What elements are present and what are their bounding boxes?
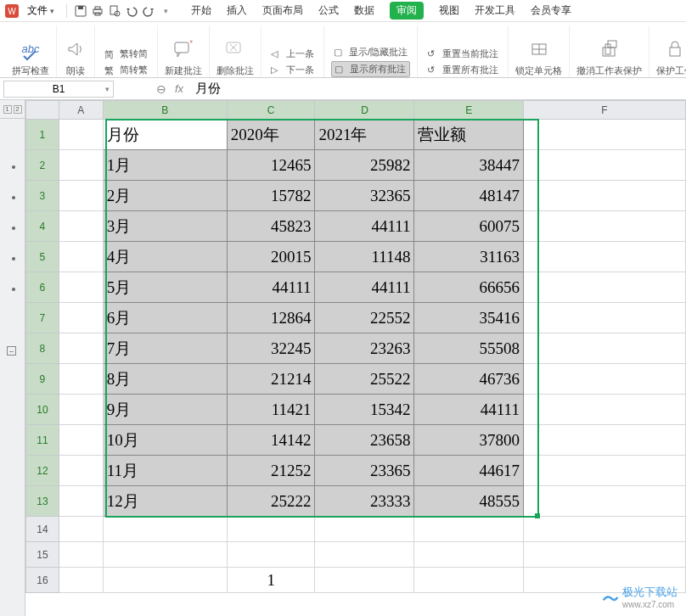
protect-wb-group[interactable]: 保护工作 — [649, 25, 686, 77]
cell[interactable]: 48555 — [414, 486, 523, 517]
row-header[interactable]: 11 — [26, 425, 59, 456]
cell[interactable]: 25222 — [227, 486, 315, 517]
prev-comment-button[interactable]: ◁上一条 — [268, 47, 317, 61]
tab-member[interactable]: 会员专享 — [531, 3, 571, 18]
cell[interactable] — [59, 333, 103, 364]
row-header[interactable]: 7 — [26, 303, 59, 333]
row-header[interactable]: 16 — [26, 568, 59, 593]
row-header[interactable]: 12 — [26, 456, 59, 486]
cell[interactable] — [59, 425, 103, 456]
redo-icon[interactable] — [142, 4, 155, 18]
cell[interactable] — [59, 395, 103, 425]
cell[interactable]: 20015 — [227, 242, 315, 272]
cell[interactable]: 11148 — [315, 242, 414, 272]
cell[interactable] — [59, 517, 103, 542]
show-all-comments-button[interactable]: ▢显示所有批注 — [331, 61, 410, 77]
tab-pagelayout[interactable]: 页面布局 — [262, 3, 303, 18]
cell[interactable]: 25982 — [315, 150, 414, 181]
cell[interactable] — [523, 425, 685, 456]
next-comment-button[interactable]: ▷下一条 — [268, 63, 317, 77]
read-aloud-group[interactable]: 朗读 — [57, 25, 95, 77]
cell[interactable]: 37800 — [414, 425, 523, 456]
cell[interactable] — [59, 486, 103, 517]
row-header[interactable]: 10 — [26, 395, 59, 425]
cell[interactable]: 10月 — [103, 425, 227, 456]
tab-home[interactable]: 开始 — [191, 3, 211, 18]
cell[interactable] — [523, 242, 685, 272]
tab-review[interactable]: 审阅 — [390, 2, 424, 20]
cell[interactable] — [414, 517, 523, 542]
cell[interactable]: 15342 — [315, 395, 414, 425]
cell[interactable] — [59, 456, 103, 486]
row-header[interactable]: 6 — [26, 272, 59, 303]
cell[interactable]: 15782 — [227, 181, 315, 211]
name-box[interactable]: B1 ▾ — [3, 81, 114, 98]
row-header[interactable]: 1 — [26, 120, 59, 150]
cell[interactable]: 44111 — [315, 211, 414, 242]
cell[interactable]: 5月 — [103, 272, 227, 303]
cell[interactable] — [227, 542, 315, 568]
cell[interactable]: 6月 — [103, 303, 227, 333]
tab-view[interactable]: 视图 — [439, 3, 459, 18]
cell[interactable]: 44617 — [414, 456, 523, 486]
cell[interactable]: 44111 — [315, 272, 414, 303]
cell[interactable] — [103, 517, 227, 542]
unprotect-sheet-group[interactable]: 撤消工作表保护 — [570, 25, 649, 77]
cell[interactable] — [523, 395, 685, 425]
cell[interactable]: 11月 — [103, 456, 227, 486]
tab-insert[interactable]: 插入 — [227, 3, 247, 18]
reset-current-button[interactable]: ↺重置当前批注 — [425, 47, 501, 61]
cell[interactable] — [59, 150, 103, 181]
cell[interactable] — [59, 272, 103, 303]
cell[interactable]: 44111 — [227, 272, 315, 303]
col-header-f[interactable]: F — [523, 101, 685, 120]
cell[interactable]: 2021年 — [315, 120, 414, 150]
cell[interactable]: 12864 — [227, 303, 315, 333]
file-menu[interactable]: 文件 ▾ — [22, 2, 59, 20]
undo-icon[interactable] — [125, 4, 138, 18]
cell[interactable]: 32365 — [315, 181, 414, 211]
cell[interactable] — [523, 150, 685, 181]
cell[interactable] — [523, 333, 685, 364]
cell[interactable]: 月份 — [103, 120, 227, 150]
cell[interactable]: 12月 — [103, 486, 227, 517]
cell[interactable] — [523, 364, 685, 395]
cell[interactable]: 48147 — [414, 181, 523, 211]
cell[interactable] — [523, 542, 685, 568]
outline-collapse-button[interactable]: – — [7, 346, 16, 356]
cell[interactable] — [59, 211, 103, 242]
cell[interactable] — [59, 181, 103, 211]
cell[interactable]: 35416 — [414, 303, 523, 333]
lock-cell-group[interactable]: 锁定单元格 — [509, 25, 570, 77]
formula-input[interactable] — [183, 81, 686, 96]
cell[interactable]: 22552 — [315, 303, 414, 333]
row-header[interactable]: 13 — [26, 486, 59, 517]
cell[interactable]: 2020年 — [227, 120, 315, 150]
to-simp-button[interactable]: 简繁转简 — [102, 47, 150, 61]
col-header-c[interactable]: C — [227, 101, 315, 120]
cell[interactable] — [414, 568, 523, 593]
cell[interactable]: 9月 — [103, 395, 227, 425]
cell[interactable] — [523, 272, 685, 303]
print-icon[interactable] — [91, 4, 104, 18]
cell[interactable] — [523, 303, 685, 333]
cell[interactable] — [59, 242, 103, 272]
row-header[interactable]: 9 — [26, 364, 59, 395]
fx-icon[interactable]: fx — [175, 82, 183, 95]
cell[interactable] — [103, 568, 227, 593]
show-hide-comment-button[interactable]: ▢显示/隐藏批注 — [331, 45, 410, 59]
cell[interactable]: 44111 — [414, 395, 523, 425]
reset-all-button[interactable]: ↺重置所有批注 — [425, 63, 501, 77]
cell[interactable]: 66656 — [414, 272, 523, 303]
spreadsheet-grid[interactable]: A B C D E F 1月份2020年2021年营业额 21月12465259… — [25, 100, 686, 593]
cell[interactable]: 7月 — [103, 333, 227, 364]
cell[interactable] — [59, 120, 103, 150]
to-trad-button[interactable]: 繁简转繁 — [102, 63, 150, 77]
outline-levels[interactable]: 12 — [0, 100, 25, 119]
cell[interactable] — [523, 181, 685, 211]
cell[interactable] — [59, 568, 103, 593]
cell[interactable] — [59, 303, 103, 333]
cell[interactable] — [227, 517, 315, 542]
row-header[interactable]: 4 — [26, 211, 59, 242]
row-header[interactable]: 8 — [26, 333, 59, 364]
